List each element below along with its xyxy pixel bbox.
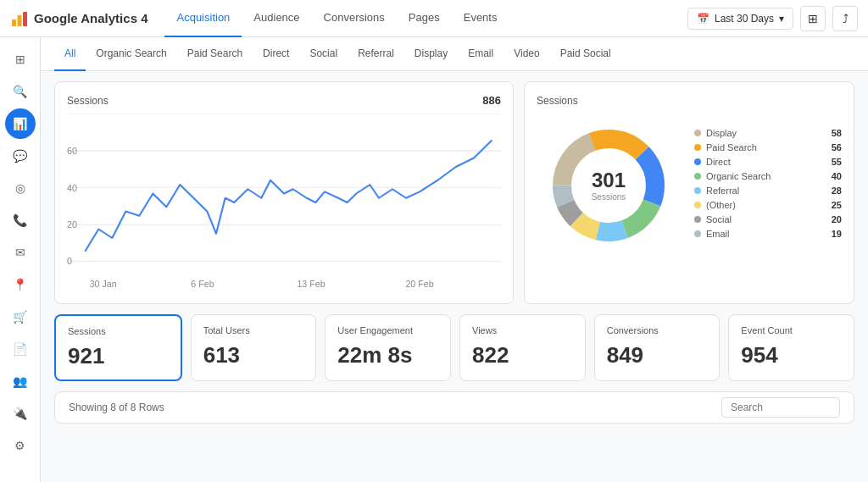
metric-value-conversions: 849: [607, 342, 708, 368]
legend-dot-direct: [694, 158, 701, 165]
nav-tab-events[interactable]: Events: [452, 0, 509, 37]
search-input[interactable]: [721, 397, 840, 418]
sidebar-icon-mail[interactable]: ✉: [5, 237, 36, 268]
donut-legend: Display 58 Paid Search 56 Direct: [694, 128, 842, 243]
sidebar: ⊞ 🔍 📊 💬 ◎ 📞 ✉ 📍 🛒 📄 👥 🔌 ⚙: [0, 37, 41, 482]
donut-svg-wrap: 301 Sessions: [537, 114, 681, 258]
metric-title-conversions: Conversions: [607, 325, 708, 335]
app-title: Google Analytics 4: [34, 11, 147, 25]
grid-view-button[interactable]: ⊞: [800, 6, 826, 31]
filter-tab-paid-social[interactable]: Paid Social: [550, 37, 621, 71]
chevron-down-icon: ▾: [779, 13, 784, 25]
legend-value-social: 20: [832, 214, 842, 224]
donut-chart-title: Sessions: [537, 95, 578, 107]
top-nav: Google Analytics 4 Acquisition Audience …: [0, 0, 868, 37]
legend-item-display: Display 58: [694, 128, 842, 138]
metrics-row: Sessions 921 Total Users 613 User Engage…: [54, 314, 854, 381]
filter-tab-email[interactable]: Email: [458, 37, 504, 71]
legend-dot-referral: [694, 187, 701, 194]
filter-tab-paid-search[interactable]: Paid Search: [177, 37, 253, 71]
metric-card-user-engagement[interactable]: User Engagement 22m 8s: [325, 314, 451, 381]
metric-card-views[interactable]: Views 822: [459, 314, 586, 381]
metric-value-views: 822: [472, 342, 573, 368]
donut-chart-header: Sessions: [537, 94, 842, 107]
legend-dot-organic: [694, 173, 701, 180]
legend-dot-paid-search: [694, 144, 701, 151]
donut-area: 301 Sessions Display 58: [537, 114, 842, 258]
filter-tab-display[interactable]: Display: [404, 37, 458, 71]
filter-tab-referral[interactable]: Referral: [348, 37, 404, 71]
line-chart-area: 0 20 40 60 30 Jan 6 Feb 13 Feb: [67, 114, 501, 291]
filter-tab-organic[interactable]: Organic Search: [86, 37, 176, 71]
donut-center-label: Sessions: [592, 192, 626, 202]
content-area: Sessions 886 0: [41, 71, 868, 434]
svg-text:60: 60: [67, 146, 77, 156]
svg-text:20: 20: [67, 220, 77, 230]
calendar-icon: 📅: [697, 13, 709, 25]
date-range-button[interactable]: 📅 Last 30 Days ▾: [687, 8, 793, 30]
legend-item-other: (Other) 25: [694, 200, 842, 210]
metric-value-total-users: 613: [203, 342, 304, 368]
nav-tab-pages[interactable]: Pages: [397, 0, 452, 37]
charts-row: Sessions 886 0: [54, 81, 854, 304]
metric-title-user-engagement: User Engagement: [337, 325, 438, 335]
line-chart-title: Sessions: [67, 95, 108, 107]
sidebar-icon-cart[interactable]: 🛒: [5, 302, 36, 332]
sidebar-icon-phone[interactable]: 📞: [5, 205, 36, 235]
svg-text:30 Jan: 30 Jan: [90, 279, 117, 289]
metric-value-sessions: 921: [68, 343, 169, 369]
legend-label-other: (Other): [706, 200, 826, 210]
legend-label-referral: Referral: [706, 186, 826, 196]
nav-tab-acquisition[interactable]: Acquisition: [164, 0, 242, 37]
filter-tab-direct[interactable]: Direct: [253, 37, 299, 71]
share-button[interactable]: ⤴: [832, 6, 858, 31]
nav-tabs: Acquisition Audience Conversions Pages E…: [164, 0, 687, 37]
legend-value-direct: 55: [832, 157, 842, 167]
line-chart-header: Sessions 886: [67, 94, 501, 107]
legend-value-other: 25: [832, 200, 842, 210]
sidebar-icon-chart[interactable]: 📊: [5, 108, 36, 139]
metric-card-sessions[interactable]: Sessions 921: [54, 314, 182, 381]
metric-title-sessions: Sessions: [68, 326, 169, 336]
metric-card-total-users[interactable]: Total Users 613: [191, 314, 317, 381]
svg-text:20 Feb: 20 Feb: [405, 279, 433, 289]
app-logo: Google Analytics 4: [10, 9, 147, 28]
legend-value-referral: 28: [832, 186, 842, 196]
legend-dot-social: [694, 216, 701, 223]
filter-tab-all[interactable]: All: [54, 37, 86, 71]
metric-title-event-count: Event Count: [741, 325, 842, 335]
showing-text: Showing 8 of 8 Rows: [69, 402, 164, 413]
sidebar-icon-location[interactable]: 📍: [5, 269, 36, 300]
sidebar-icon-chat[interactable]: 💬: [5, 141, 36, 171]
metric-title-views: Views: [472, 325, 573, 335]
nav-tab-audience[interactable]: Audience: [242, 0, 311, 37]
metric-value-user-engagement: 22m 8s: [337, 342, 438, 368]
line-chart-total: 886: [482, 94, 501, 107]
filter-bar: All Organic Search Paid Search Direct So…: [41, 37, 868, 71]
layout: ⊞ 🔍 📊 💬 ◎ 📞 ✉ 📍 🛒 📄 👥 🔌 ⚙ All Organic Se…: [0, 37, 868, 482]
svg-rect-2: [23, 12, 27, 26]
legend-item-paid-search: Paid Search 56: [694, 142, 842, 152]
nav-tab-conversions[interactable]: Conversions: [312, 0, 397, 37]
sidebar-icon-file[interactable]: 📄: [5, 334, 36, 364]
legend-label-email: Email: [706, 229, 826, 239]
filter-tab-social[interactable]: Social: [299, 37, 348, 71]
svg-text:40: 40: [67, 183, 77, 193]
legend-item-direct: Direct 55: [694, 157, 842, 167]
svg-text:0: 0: [67, 257, 72, 267]
sidebar-icon-search[interactable]: 🔍: [5, 76, 36, 107]
donut-center-value: 301: [592, 169, 626, 191]
metric-value-event-count: 954: [741, 342, 842, 368]
metric-card-conversions[interactable]: Conversions 849: [594, 314, 721, 381]
metric-card-event-count[interactable]: Event Count 954: [728, 314, 854, 381]
main-content: All Organic Search Paid Search Direct So…: [41, 37, 868, 482]
sidebar-icon-users[interactable]: 👥: [5, 366, 36, 396]
sidebar-icon-target[interactable]: ◎: [5, 173, 36, 203]
sidebar-icon-plug[interactable]: 🔌: [5, 398, 36, 429]
donut-chart-card: Sessions: [524, 81, 854, 304]
svg-rect-1: [18, 15, 22, 26]
sidebar-icon-settings[interactable]: ⚙: [5, 430, 36, 461]
legend-dot-other: [694, 202, 701, 208]
filter-tab-video[interactable]: Video: [504, 37, 549, 71]
sidebar-icon-grid[interactable]: ⊞: [5, 44, 36, 75]
